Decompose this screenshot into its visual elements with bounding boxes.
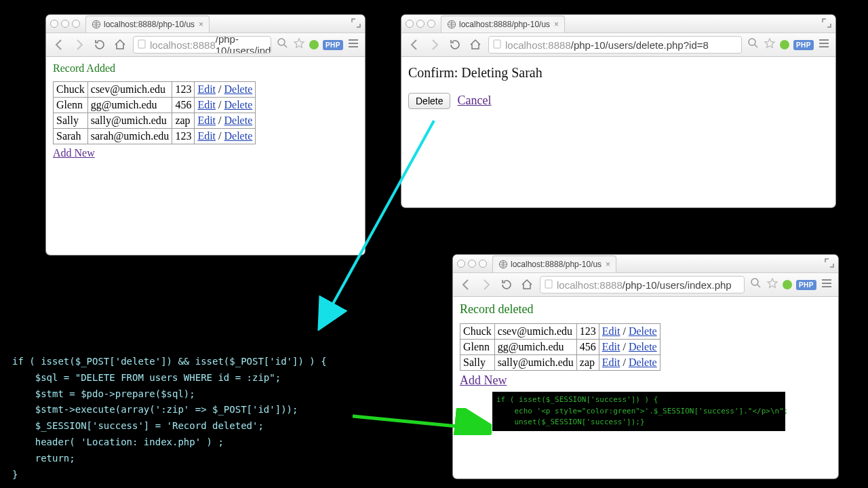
close-tab-icon[interactable]: × <box>199 20 203 29</box>
page-content: Confirm: Deleting Sarah Delete Cancel <box>401 57 835 207</box>
back-button[interactable] <box>407 39 422 51</box>
url-box[interactable]: localhost:8888/php-10/users/delete.php?i… <box>488 36 742 54</box>
delete-link[interactable]: Delete <box>629 325 657 337</box>
menu-icon[interactable] <box>818 37 830 53</box>
titlebar: localhost:8888/php-10/us × <box>46 15 365 33</box>
browser-tab[interactable]: localhost:8888/php-10/us × <box>492 256 616 272</box>
svg-rect-4 <box>494 40 500 48</box>
close-tab-icon[interactable]: × <box>554 20 559 29</box>
url-port: :8888 <box>190 39 216 51</box>
table-row: Glenngg@umich.edu456Edit / Delete <box>54 98 256 113</box>
zoom-icon[interactable] <box>747 37 760 53</box>
traffic-lights <box>406 20 435 28</box>
flash-message: Record deleted <box>460 302 831 317</box>
delete-link[interactable]: Delete <box>629 357 657 368</box>
table-row: Glenngg@umich.edu456Edit / Delete <box>460 340 660 355</box>
url-box[interactable]: localhost:8888/php-10/users/index.php <box>540 276 745 293</box>
edit-link[interactable]: Edit <box>602 341 620 352</box>
add-new-link[interactable]: Add New <box>53 147 95 159</box>
delete-link[interactable]: Delete <box>224 83 253 95</box>
delete-link[interactable]: Delete <box>224 115 253 126</box>
menu-icon[interactable] <box>347 37 359 53</box>
delete-link[interactable]: Delete <box>224 130 253 142</box>
code-delete-handler: if ( isset($_POST['delete']) && isset($_… <box>12 354 327 483</box>
table-row: Chuckcsev@umich.edu123Edit / Delete <box>460 324 660 340</box>
star-icon[interactable] <box>766 277 778 293</box>
edit-link[interactable]: Edit <box>197 99 216 110</box>
tab-title: localhost:8888/php-10/us <box>459 20 550 29</box>
toolbar: localhost:8888/php-10/users/delete.php?i… <box>401 33 835 57</box>
edit-link[interactable]: Edit <box>602 325 620 337</box>
reload-button[interactable] <box>499 279 514 291</box>
php-badge: PHP <box>796 280 816 290</box>
url-port: :8888 <box>545 39 571 51</box>
php-badge: PHP <box>323 40 343 50</box>
menu-icon[interactable] <box>821 277 833 293</box>
edit-link[interactable]: Edit <box>197 130 216 142</box>
minimize-dot[interactable] <box>61 20 69 28</box>
reload-button[interactable] <box>92 39 107 51</box>
svg-line-10 <box>353 416 478 428</box>
status-dot-icon <box>309 40 319 49</box>
php-badge: PHP <box>793 40 814 50</box>
page-icon <box>545 279 553 291</box>
arrow-cyan <box>312 114 448 331</box>
browser-tab[interactable]: localhost:8888/php-10/us × <box>85 16 210 33</box>
cancel-link[interactable]: Cancel <box>457 94 491 107</box>
toolbar-right: PHP <box>277 37 359 53</box>
toolbar: localhost:8888/php-10/users/index.php PH… <box>453 273 838 297</box>
traffic-lights <box>457 260 487 268</box>
zoom-dot[interactable] <box>479 260 487 268</box>
toolbar-right: PHP <box>750 277 833 293</box>
browser-tab[interactable]: localhost:8888/php-10/us × <box>441 16 565 33</box>
close-dot[interactable] <box>406 20 414 28</box>
minimize-dot[interactable] <box>468 260 476 268</box>
home-button[interactable] <box>113 39 127 51</box>
titlebar: localhost:8888/php-10/us × <box>401 15 835 33</box>
arrow-green <box>349 408 492 435</box>
home-button[interactable] <box>468 39 483 51</box>
back-button[interactable] <box>52 39 66 51</box>
table-row: Chuckcsev@umich.edu123Edit / Delete <box>54 82 256 98</box>
table-row: Sallysally@umich.eduzapEdit / Delete <box>54 113 256 129</box>
globe-icon <box>92 20 101 29</box>
close-dot[interactable] <box>457 260 465 268</box>
expand-icon[interactable] <box>822 18 831 28</box>
star-icon[interactable] <box>293 37 305 53</box>
expand-icon[interactable] <box>351 18 361 28</box>
url-path: /php-10/users/index.php <box>623 279 732 291</box>
table-row: Sallysally@umich.eduzapEdit / Delete <box>460 355 660 371</box>
close-dot[interactable] <box>50 20 58 28</box>
delete-link[interactable]: Delete <box>224 99 253 110</box>
reload-button[interactable] <box>448 39 462 51</box>
home-button[interactable] <box>519 279 534 291</box>
edit-link[interactable]: Edit <box>197 115 216 126</box>
zoom-icon[interactable] <box>277 37 289 53</box>
zoom-dot[interactable] <box>427 20 435 28</box>
back-button[interactable] <box>458 279 473 291</box>
url-box[interactable]: localhost:8888/php-10/users/index.php <box>133 36 271 54</box>
forward-button[interactable] <box>479 279 494 291</box>
titlebar: localhost:8888/php-10/us × <box>453 255 838 273</box>
forward-button[interactable] <box>72 39 87 51</box>
minimize-dot[interactable] <box>416 20 425 28</box>
expand-icon[interactable] <box>825 258 834 268</box>
globe-icon <box>447 20 456 29</box>
add-new-link[interactable]: Add New <box>460 373 507 387</box>
forward-button[interactable] <box>427 39 442 51</box>
zoom-dot[interactable] <box>72 20 80 28</box>
url-path: /php-10/users/index.php <box>216 36 271 54</box>
svg-point-2 <box>278 39 285 45</box>
star-icon[interactable] <box>764 37 776 53</box>
edit-link[interactable]: Edit <box>197 83 216 95</box>
delete-link[interactable]: Delete <box>629 341 657 352</box>
users-table: Chuckcsev@umich.edu123Edit / Delete Glen… <box>460 323 660 371</box>
close-tab-icon[interactable]: × <box>606 260 610 269</box>
edit-link[interactable]: Edit <box>602 357 620 368</box>
svg-point-8 <box>751 279 758 285</box>
toolbar-right: PHP <box>747 37 830 53</box>
url-path: /php-10/users/delete.php?id=8 <box>571 39 709 51</box>
delete-button[interactable]: Delete <box>408 93 450 109</box>
code-flash-session: if ( isset($_SESSION['success']) ) { ech… <box>496 394 781 428</box>
zoom-icon[interactable] <box>750 277 762 293</box>
